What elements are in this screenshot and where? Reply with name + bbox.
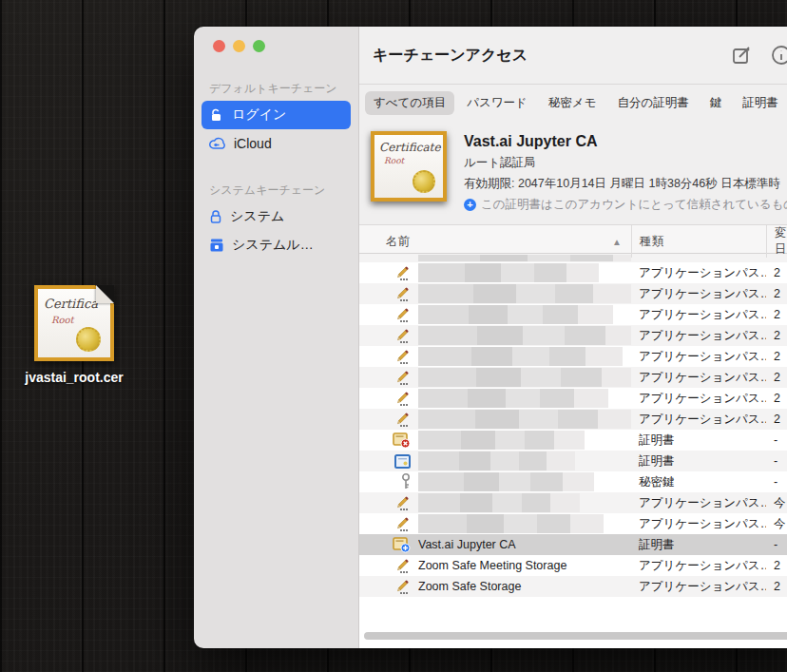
tab-パスワード[interactable]: パスワード: [458, 91, 536, 115]
certificate-badge-icon: Certificate Root: [371, 131, 447, 202]
tab-証明書[interactable]: 証明書: [734, 91, 787, 115]
sidebar-item-[interactable]: システムル…: [202, 231, 351, 259]
column-name-label: 名前: [359, 234, 410, 250]
sidebar-item-[interactable]: ログイン: [202, 101, 351, 129]
redacted-name: [418, 493, 631, 512]
table-row[interactable]: アプリケーションパス…今: [359, 513, 787, 534]
item-kind: アプリケーションパス…: [631, 558, 766, 574]
redaction-mosaic: [418, 493, 580, 512]
item-kind: アプリケーションパス…: [631, 328, 766, 344]
column-header-name[interactable]: 名前 ▲: [359, 225, 631, 258]
item-kind: アプリケーションパス…: [631, 265, 766, 281]
item-date-modified: 2: [766, 371, 787, 384]
sidebar-item-label: システムル…: [232, 237, 314, 254]
table-row[interactable]: アプリケーションパス…2: [359, 325, 787, 346]
sidebar-item-label: ログイン: [232, 106, 286, 124]
table-row[interactable]: アプリケーションパス…2: [359, 304, 787, 325]
close-button[interactable]: [213, 40, 225, 52]
item-kind: 秘密鍵: [631, 474, 766, 490]
item-kind: 証明書: [631, 432, 766, 449]
lock-icon: [209, 209, 222, 224]
table-row[interactable]: アプリケーションパス…2: [359, 262, 787, 283]
certificate-script-text: Certificate: [374, 135, 443, 154]
desktop-file-label: jvastai_root.cer: [17, 370, 131, 385]
item-name: Vast.ai Jupyter CA: [418, 538, 631, 551]
item-kind: アプリケーションパス…: [631, 307, 766, 323]
item-date-modified: -: [766, 538, 787, 551]
tab-自分の証明書[interactable]: 自分の証明書: [608, 91, 697, 115]
item-date-modified: 2: [766, 329, 787, 342]
certificate-root-text: Root: [374, 154, 443, 165]
redaction-mosaic: [418, 431, 585, 450]
redaction-mosaic: [418, 347, 623, 366]
category-tabbar: すべての項目パスワード秘密メモ自分の証明書鍵証明書: [359, 85, 787, 122]
table-row[interactable]: アプリケーションパス…2: [359, 409, 787, 430]
window-titlebar: キーチェーンアクセス: [359, 27, 787, 84]
password-icon: [359, 391, 418, 407]
sidebar-section-header: システムキーチェーン: [202, 177, 351, 202]
desktop-file-jvastai-root-cer[interactable]: Certifica Root jvastai_root.cer: [17, 285, 131, 385]
table-header: 名前 ▲ 種類 変更日: [359, 224, 787, 254]
item-date-modified: -: [766, 475, 787, 489]
redaction-mosaic: [418, 410, 631, 429]
table-row[interactable]: アプリケーションパス…2: [359, 367, 787, 388]
item-date-modified: 2: [766, 266, 787, 279]
password-icon: [359, 370, 418, 386]
certificate-detail-header: Certificate Root Vast.ai Jupyter CA ルート認…: [359, 122, 787, 224]
zoom-button[interactable]: [253, 40, 265, 52]
table-row[interactable]: Zoom Safe Meeting Storageアプリケーションパス…2: [359, 555, 787, 576]
compose-icon[interactable]: [730, 44, 753, 67]
table-row[interactable]: Vast.ai Jupyter CA証明書-: [359, 534, 787, 555]
minimize-button[interactable]: [233, 40, 245, 52]
table-row[interactable]: アプリケーションパス…2: [359, 346, 787, 367]
redaction-mosaic: [418, 326, 631, 345]
redacted-name: [418, 284, 631, 303]
tab-秘密メモ[interactable]: 秘密メモ: [540, 91, 605, 115]
item-date-modified: -: [766, 433, 787, 447]
sidebar-item-[interactable]: システム: [202, 202, 351, 231]
item-date-modified: -: [766, 454, 787, 468]
item-kind: アプリケーションパス…: [631, 391, 766, 407]
horizontal-scrollbar: [359, 624, 787, 648]
column-header-kind[interactable]: 種類: [631, 225, 766, 258]
item-name: Zoom Safe Storage: [418, 580, 631, 593]
tab-鍵[interactable]: 鍵: [701, 91, 731, 115]
redaction-mosaic: [418, 305, 613, 324]
column-header-date-modified[interactable]: 変更日: [766, 225, 787, 258]
certificate-detail-text: Vast.ai Jupyter CA ルート認証局 有効期限: 2047年10月…: [464, 131, 787, 213]
item-kind: アプリケーションパス…: [631, 495, 766, 511]
column-kind-label: 種類: [632, 234, 663, 250]
password-icon: [359, 495, 418, 511]
info-icon[interactable]: [770, 44, 787, 67]
sidebar-section-header: デフォルトキーチェーン: [202, 75, 351, 101]
item-date-modified: 2: [766, 287, 787, 300]
redacted-name: [418, 451, 631, 470]
table-row[interactable]: 証明書-: [359, 430, 787, 451]
item-date-modified: 2: [766, 392, 787, 405]
table-row[interactable]: アプリケーションパス…2: [359, 283, 787, 304]
trust-note-text: この証明書はこのアカウントにとって信頼されているもの: [481, 197, 787, 213]
redacted-name: [418, 347, 631, 366]
password-icon: [359, 307, 418, 323]
sidebar-item-label: システム: [230, 208, 284, 225]
cloud-icon: [209, 137, 226, 150]
table-rows: アプリケーションパス…2アプリケーションパス…2アプリケーションパス…2アプリケ…: [359, 254, 787, 624]
unlock-icon: [209, 107, 224, 123]
redacted-name: [418, 431, 631, 450]
redaction-mosaic: [418, 451, 575, 470]
folded-corner: [95, 285, 114, 304]
sidebar-item-icloud[interactable]: iCloud: [202, 129, 351, 158]
table-row[interactable]: アプリケーションパス…2: [359, 388, 787, 409]
certificate-small-icon: [359, 454, 418, 469]
item-date-modified: 今: [766, 516, 787, 532]
item-kind: 証明書: [631, 537, 766, 553]
redaction-mosaic: [418, 472, 594, 491]
item-kind: アプリケーションパス…: [631, 370, 766, 386]
password-icon: [359, 265, 418, 281]
horizontal-scrollbar-thumb[interactable]: [364, 632, 787, 640]
table-row[interactable]: アプリケーションパス…今: [359, 492, 787, 513]
table-row[interactable]: 秘密鍵-: [359, 471, 787, 492]
table-row[interactable]: 証明書-: [359, 451, 787, 471]
tab-すべての項目[interactable]: すべての項目: [365, 91, 454, 115]
table-row[interactable]: Zoom Safe Storageアプリケーションパス…2: [359, 576, 787, 597]
